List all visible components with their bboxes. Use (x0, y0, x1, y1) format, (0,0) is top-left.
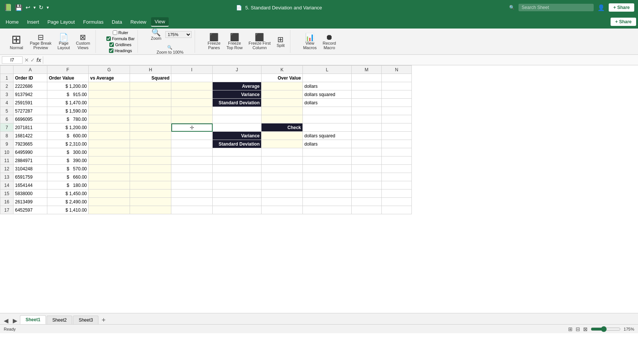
cell-A11[interactable]: 2884971 (14, 156, 47, 165)
formula-bar-checkbox[interactable]: Formula Bar (106, 36, 135, 41)
col-header-G[interactable]: G (89, 66, 130, 74)
cell-A13[interactable]: 6591759 (14, 173, 47, 181)
cell-G14[interactable] (89, 181, 130, 190)
prev-sheet-button[interactable]: ◀ (2, 317, 10, 324)
next-sheet-button[interactable]: ▶ (11, 317, 19, 324)
cell-A7[interactable]: 2071811 (14, 123, 47, 132)
cell-G2[interactable] (89, 82, 130, 90)
ruler-checkbox[interactable]: Ruler (113, 30, 128, 35)
cell-I13[interactable] (171, 173, 213, 181)
cell-K9[interactable] (262, 140, 303, 148)
cell-I8[interactable] (171, 132, 213, 140)
freeze-first-column-button[interactable]: ⬛ Freeze First Column (246, 32, 273, 51)
cell-G6[interactable] (89, 115, 130, 123)
ruler-check-input[interactable] (113, 30, 117, 35)
cell-L10[interactable] (303, 148, 352, 156)
cell-H5[interactable] (130, 107, 171, 115)
search-sheet-input[interactable] (519, 4, 594, 11)
cell-I17[interactable] (171, 206, 213, 214)
row-header-4[interactable]: 4 (0, 99, 14, 107)
cell-H4[interactable] (130, 99, 171, 107)
menu-page-layout[interactable]: Page Layout (44, 18, 79, 26)
cell-J7[interactable] (213, 123, 262, 132)
col-header-F[interactable]: F (47, 66, 89, 74)
cell-I16[interactable] (171, 198, 213, 206)
col-header-H[interactable]: H (130, 66, 171, 74)
cell-I2[interactable] (171, 82, 213, 90)
zoom-button[interactable]: 🔍 Zoom (148, 27, 163, 42)
cell-F1[interactable]: Order Value (47, 74, 89, 82)
row-header-15[interactable]: 15 (0, 190, 14, 198)
cell-L13[interactable] (303, 173, 352, 181)
cell-I10[interactable] (171, 148, 213, 156)
row-header-8[interactable]: 8 (0, 132, 14, 140)
cell-M7[interactable] (352, 123, 382, 132)
cell-K17[interactable] (262, 206, 303, 214)
row-header-12[interactable]: 12 (0, 165, 14, 173)
cell-K5[interactable] (262, 107, 303, 115)
cell-A3[interactable]: 9137942 (14, 90, 47, 99)
page-layout-button[interactable]: 📄 Page Layout (55, 32, 72, 51)
cell-H17[interactable] (130, 206, 171, 214)
cell-H14[interactable] (130, 181, 171, 190)
normal-view-button[interactable]: ⊞ Normal (7, 32, 26, 51)
cell-N9[interactable] (382, 140, 412, 148)
cell-G16[interactable] (89, 198, 130, 206)
cell-F3[interactable]: $ 915.00 (47, 90, 89, 99)
cell-I3[interactable] (171, 90, 213, 99)
cell-F14[interactable]: $ 180.00 (47, 181, 89, 190)
cell-N13[interactable] (382, 173, 412, 181)
cell-M6[interactable] (352, 115, 382, 123)
cell-J4[interactable]: Standard Deviation (213, 99, 262, 107)
freeze-top-row-button[interactable]: ⬛ Freeze Top Row (224, 32, 245, 51)
row-header-6[interactable]: 6 (0, 115, 14, 123)
cell-K10[interactable] (262, 148, 303, 156)
cell-L16[interactable] (303, 198, 352, 206)
cell-H11[interactable] (130, 156, 171, 165)
cell-N4[interactable] (382, 99, 412, 107)
headings-checkbox[interactable]: Headings (109, 48, 132, 53)
cell-M17[interactable] (352, 206, 382, 214)
cell-H10[interactable] (130, 148, 171, 156)
cell-J15[interactable] (213, 190, 262, 198)
cell-L14[interactable] (303, 181, 352, 190)
cell-N15[interactable] (382, 190, 412, 198)
normal-view-button-status[interactable]: ⊞ (568, 326, 573, 332)
cell-J10[interactable] (213, 148, 262, 156)
cell-F16[interactable]: $ 2,490.00 (47, 198, 89, 206)
redo-dropdown-icon[interactable]: ▾ (33, 5, 36, 10)
col-header-L[interactable]: L (303, 66, 352, 74)
cell-M5[interactable] (352, 107, 382, 115)
col-header-N[interactable]: N (382, 66, 412, 74)
cell-I11[interactable] (171, 156, 213, 165)
cell-A12[interactable]: 3104248 (14, 165, 47, 173)
cell-F9[interactable]: $ 2,310.00 (47, 140, 89, 148)
cell-G7[interactable] (89, 123, 130, 132)
cell-J6[interactable] (213, 115, 262, 123)
sheet-tab-sheet1[interactable]: Sheet1 (20, 315, 46, 324)
cell-K4[interactable] (262, 99, 303, 107)
zoom-select[interactable]: 175% 100% 75% 50% (165, 31, 192, 38)
zoom-100-button[interactable]: 🔍 Zoom to 100% (154, 44, 186, 56)
cell-N3[interactable] (382, 90, 412, 99)
cell-M8[interactable] (352, 132, 382, 140)
sheet-tab-sheet3[interactable]: Sheet3 (73, 316, 98, 324)
cell-L1[interactable] (303, 74, 352, 82)
page-layout-view-button-status[interactable]: ⊠ (583, 326, 588, 332)
custom-views-button[interactable]: ⊠ Custom Views (74, 32, 92, 51)
cell-K13[interactable] (262, 173, 303, 181)
cell-N8[interactable] (382, 132, 412, 140)
col-header-J[interactable]: J (213, 66, 262, 74)
cell-N17[interactable] (382, 206, 412, 214)
cell-L6[interactable] (303, 115, 352, 123)
cell-M3[interactable] (352, 90, 382, 99)
cell-L7[interactable] (303, 123, 352, 132)
cell-A6[interactable]: 6696095 (14, 115, 47, 123)
page-break-preview-button[interactable]: ⊟ Page Break Preview (27, 32, 53, 51)
cell-N11[interactable] (382, 156, 412, 165)
cell-I7[interactable]: ✛ (171, 123, 213, 132)
zoom-slider[interactable] (591, 326, 621, 332)
cell-K14[interactable] (262, 181, 303, 190)
cell-L11[interactable] (303, 156, 352, 165)
cell-A4[interactable]: 2591591 (14, 99, 47, 107)
